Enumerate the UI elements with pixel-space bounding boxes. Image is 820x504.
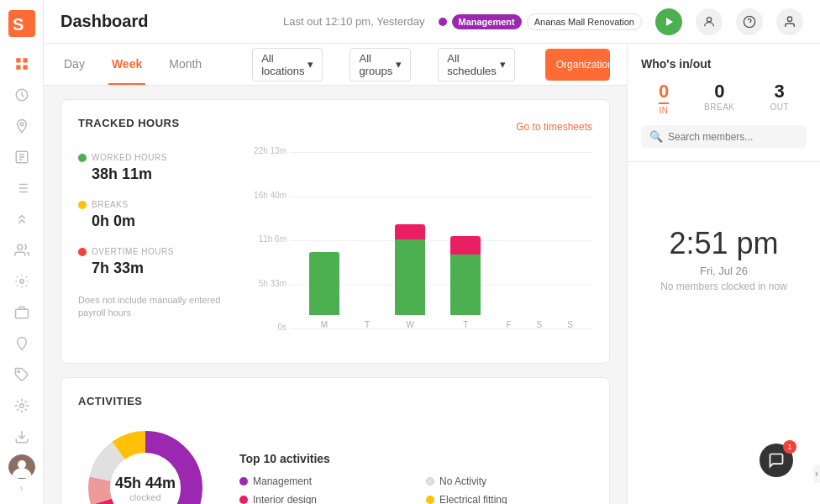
sidebar: S › [0, 0, 44, 504]
legend-label-interior: Interior design [253, 494, 317, 504]
activities-card: ACTIVITIES [60, 377, 610, 504]
sidebar-item-settings[interactable] [7, 268, 37, 296]
legend-item-electrical: Electrical fitting [426, 494, 592, 504]
chart-grid: 22h 13m 16h 40m 11h 6m 5h 33m 0s [250, 153, 592, 346]
scroll-content: TRACKED HOURS Go to timesheets WORKED HO… [44, 86, 627, 504]
project-indicator [439, 18, 447, 26]
sidebar-item-chevrons-up[interactable] [7, 206, 37, 234]
sidebar-item-tasks[interactable] [7, 144, 37, 171]
search-members-bar[interactable]: 🔍 [641, 125, 807, 148]
sidebar-item-briefcase[interactable] [7, 299, 37, 327]
bar-label-w: W [407, 320, 414, 329]
bar-s1: S [537, 315, 543, 329]
sidebar-item-dashboard[interactable] [7, 50, 37, 78]
tab-day[interactable]: Day [60, 44, 88, 85]
bar-w-red [395, 224, 425, 239]
bar-label-t1: T [365, 320, 370, 329]
tab-month[interactable]: Month [166, 44, 205, 85]
filter-schedules[interactable]: All schedules ▾ [438, 48, 515, 81]
svg-point-9 [17, 245, 22, 250]
sidebar-item-clock[interactable] [7, 81, 37, 109]
hours-stats: WORKED HOURS 38h 11m BREAKS 0h 0 [78, 153, 229, 346]
bar-label-s2: S [567, 320, 573, 329]
chat-area: 1 › [628, 444, 820, 504]
break-label: BREAK [704, 102, 734, 112]
go-to-timesheets-link[interactable]: Go to timesheets [516, 121, 592, 133]
view-toggle: Organization Managed by me Personal [545, 49, 610, 81]
user-menu-button[interactable] [696, 8, 723, 35]
bar-label-t2: T [463, 320, 468, 329]
view-organization[interactable]: Organization [546, 50, 610, 80]
search-members-input[interactable] [668, 131, 798, 143]
svg-point-15 [18, 460, 26, 469]
legend-dot-management [239, 477, 248, 486]
clock-area: 2:51 pm Fri, Jul 26 No members clocked i… [628, 162, 820, 306]
out-label: OUT [770, 102, 789, 112]
bars-container: M T [290, 153, 592, 329]
bar-m: M [309, 252, 339, 329]
worked-hours-value: 38h 11m [92, 165, 229, 183]
filter-groups[interactable]: All groups ▾ [350, 48, 411, 81]
sidebar-item-download[interactable] [7, 423, 37, 451]
y-label-4: 0s [250, 323, 286, 332]
tab-week[interactable]: Week [108, 44, 145, 85]
sidebar-item-tag[interactable] [7, 361, 37, 389]
whos-in-out-title: Who's in/out [641, 57, 807, 71]
content-with-scroll: Day Week Month All locations ▾ All group… [44, 44, 627, 504]
app-logo[interactable]: S [8, 10, 35, 37]
y-label-2: 11h 6m [250, 234, 286, 244]
svg-rect-2 [16, 59, 20, 63]
sidebar-item-people[interactable] [7, 237, 37, 265]
right-panel: Who's in/out 0 IN 0 BREAK 3 OUT [627, 44, 820, 504]
help-button[interactable] [736, 8, 763, 35]
svg-text:S: S [13, 15, 24, 34]
breaks-value: 0h 0m [92, 213, 229, 230]
bar-t2: T [450, 236, 481, 329]
active-project-badge[interactable]: Management Ananas Mall Renovation [439, 13, 643, 30]
overtime-label: OVERTIME HOURS [92, 247, 174, 256]
activities-title: ACTIVITIES [78, 395, 592, 407]
break-count-item: 0 BREAK [704, 81, 734, 115]
svg-rect-5 [23, 66, 27, 70]
bar-t2-green [450, 255, 481, 315]
in-count-item: 0 IN [659, 81, 669, 115]
donut-chart: 45h 44m clocked [78, 421, 213, 504]
main-area: Dashboard Last out 12:10 pm, Yesterday M… [44, 0, 820, 504]
activities-layout: 45h 44m clocked Top 10 activities Manage… [78, 421, 592, 504]
expand-arrow[interactable]: › [813, 465, 820, 483]
activities-legend: Top 10 activities Management No Activity [239, 452, 592, 504]
page-title: Dashboard [60, 12, 148, 31]
legend-label-electrical: Electrical fitting [439, 494, 507, 504]
user-avatar[interactable] [8, 454, 35, 479]
play-button[interactable] [655, 8, 682, 35]
legend-item-management: Management [239, 475, 406, 487]
tracked-hours-card: TRACKED HOURS Go to timesheets WORKED HO… [60, 99, 610, 364]
clock-status: No members clocked in now [641, 281, 807, 292]
out-count: 3 [770, 81, 789, 102]
sidebar-expand-button[interactable]: › [20, 482, 24, 494]
tab-bar: Day Week Month All locations ▾ All group… [44, 44, 627, 86]
notifications-button[interactable] [776, 8, 803, 35]
chat-widget[interactable]: 1 [760, 444, 793, 477]
breaks-label: BREAKS [92, 200, 129, 209]
bar-label-s1: S [537, 320, 543, 329]
sidebar-item-location[interactable] [7, 113, 37, 140]
legend-label-management: Management [253, 475, 312, 487]
bar-t2-red [450, 236, 481, 255]
overtime-stat: OVERTIME HOURS 7h 33m [78, 247, 229, 277]
svg-rect-3 [23, 59, 27, 63]
legend-items: Management No Activity Interior design [239, 475, 592, 504]
content-wrapper: Day Week Month All locations ▾ All group… [44, 44, 820, 504]
sidebar-item-location2[interactable] [7, 330, 37, 358]
sidebar-item-grid[interactable] [7, 392, 37, 420]
out-count-item: 3 OUT [770, 81, 789, 115]
sidebar-item-list[interactable] [7, 175, 37, 202]
whos-in-out: Who's in/out 0 IN 0 BREAK 3 OUT [628, 44, 820, 162]
svg-point-17 [707, 17, 711, 21]
donut-center-value: 45h 44m [115, 475, 176, 492]
svg-point-19 [787, 17, 791, 21]
in-out-counts: 0 IN 0 BREAK 3 OUT [641, 81, 807, 115]
filter-locations[interactable]: All locations ▾ [252, 48, 323, 81]
worked-hours-dot [78, 154, 87, 162]
overtime-value: 7h 33m [92, 260, 229, 277]
